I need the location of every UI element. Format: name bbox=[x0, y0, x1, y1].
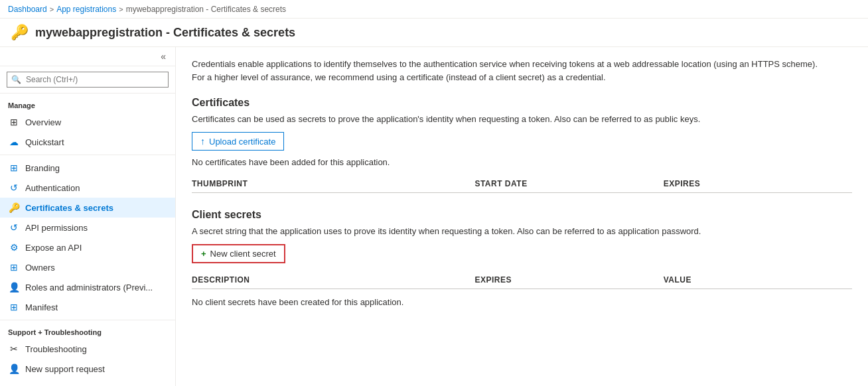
upload-certificate-label: Upload certificate bbox=[209, 137, 275, 147]
cert-col-expires: EXPIRES bbox=[664, 179, 852, 188]
sidebar-item-troubleshooting[interactable]: ✂ Troubleshooting bbox=[0, 339, 175, 359]
branding-icon: ⊞ bbox=[8, 162, 20, 173]
content-area: Credentials enable applications to ident… bbox=[176, 47, 868, 386]
owners-icon: ⊞ bbox=[8, 262, 20, 273]
certificates-icon: 🔑 bbox=[8, 202, 20, 213]
breadcrumb-sep-2: > bbox=[119, 5, 123, 13]
page-header: 🔑 mywebappregistration - Certificates & … bbox=[0, 19, 868, 47]
sidebar-item-label-quickstart: Quickstart bbox=[25, 137, 167, 147]
sidebar-item-label-overview: Overview bbox=[25, 117, 167, 127]
authentication-icon: ↺ bbox=[8, 182, 20, 193]
cert-col-thumbprint: THUMBPRINT bbox=[192, 179, 474, 188]
certificates-table-header: THUMBPRINT START DATE EXPIRES bbox=[192, 175, 852, 193]
overview-icon: ⊞ bbox=[8, 117, 20, 127]
page-header-icon: 🔑 bbox=[11, 24, 29, 41]
api-permissions-icon: ↺ bbox=[8, 222, 20, 233]
client-secrets-section: Client secrets A secret string that the … bbox=[192, 209, 852, 307]
sidebar-item-label-certificates: Certificates & secrets bbox=[25, 203, 167, 213]
search-input[interactable] bbox=[7, 72, 169, 88]
manifest-icon: ⊞ bbox=[8, 302, 20, 312]
sidebar-item-label-expose-api: Expose an API bbox=[25, 243, 167, 253]
sidebar-divider-manage bbox=[0, 155, 175, 155]
page-title: mywebappregistration - Certificates & se… bbox=[35, 26, 295, 40]
secret-col-value: VALUE bbox=[664, 275, 852, 285]
client-secrets-description: A secret string that the application use… bbox=[192, 226, 852, 236]
sidebar-item-label-branding: Branding bbox=[25, 163, 167, 173]
sidebar-item-label-troubleshooting: Troubleshooting bbox=[25, 344, 167, 354]
breadcrumb-app-registrations[interactable]: App registrations bbox=[56, 5, 116, 14]
secrets-table-header: DESCRIPTION EXPIRES VALUE bbox=[192, 271, 852, 289]
secret-col-expires: EXPIRES bbox=[474, 275, 663, 285]
certificates-description: Certificates can be used as secrets to p… bbox=[192, 114, 852, 124]
sidebar-collapse-button[interactable]: « bbox=[157, 50, 170, 63]
troubleshooting-icon: ✂ bbox=[8, 344, 20, 354]
sidebar-item-certificates[interactable]: 🔑 Certificates & secrets bbox=[0, 198, 175, 218]
new-client-secret-label: New client secret bbox=[210, 249, 276, 259]
sidebar-item-label-authentication: Authentication bbox=[25, 183, 167, 193]
no-certificates-text: No certificates have been added for this… bbox=[192, 157, 852, 167]
secret-col-description: DESCRIPTION bbox=[192, 275, 474, 285]
sidebar-item-roles-admins[interactable]: 👤 Roles and administrators (Previ... bbox=[0, 277, 175, 297]
sidebar-item-branding[interactable]: ⊞ Branding bbox=[0, 158, 175, 178]
certificates-title: Certificates bbox=[192, 97, 852, 109]
client-secrets-title: Client secrets bbox=[192, 209, 852, 221]
breadcrumb-sep-1: > bbox=[50, 5, 54, 13]
certificates-section: Certificates Certificates can be used as… bbox=[192, 97, 852, 193]
sidebar-item-label-manifest: Manifest bbox=[25, 302, 167, 312]
sidebar-manage-label: Manage bbox=[0, 94, 175, 112]
plus-icon: + bbox=[201, 249, 206, 259]
sidebar-item-new-support[interactable]: 👤 New support request bbox=[0, 359, 175, 379]
quickstart-icon: ☁ bbox=[8, 137, 20, 147]
sidebar-item-api-permissions[interactable]: ↺ API permissions bbox=[0, 218, 175, 237]
sidebar-divider-support bbox=[0, 320, 175, 320]
cert-col-start-date: START DATE bbox=[474, 179, 663, 188]
sidebar-item-authentication[interactable]: ↺ Authentication bbox=[0, 178, 175, 198]
new-support-icon: 👤 bbox=[8, 363, 20, 374]
expose-api-icon: ⚙ bbox=[8, 242, 20, 253]
top-description: Credentials enable applications to ident… bbox=[192, 58, 822, 84]
sidebar-support-label: Support + Troubleshooting bbox=[0, 323, 175, 339]
upload-certificate-button[interactable]: ↑ Upload certificate bbox=[192, 132, 284, 151]
sidebar-item-owners[interactable]: ⊞ Owners bbox=[0, 257, 175, 277]
new-client-secret-button[interactable]: + New client secret bbox=[192, 244, 285, 263]
sidebar-item-label-roles-admins: Roles and administrators (Previ... bbox=[25, 283, 167, 292]
sidebar-item-expose-api[interactable]: ⚙ Expose an API bbox=[0, 237, 175, 257]
breadcrumb: Dashboard > App registrations > mywebapp… bbox=[0, 0, 868, 19]
breadcrumb-current: mywebappregistration - Certificates & se… bbox=[126, 5, 286, 14]
sidebar-item-overview[interactable]: ⊞ Overview bbox=[0, 112, 175, 132]
search-icon: 🔍 bbox=[11, 75, 21, 84]
sidebar-item-label-new-support: New support request bbox=[25, 364, 167, 374]
sidebar-item-label-api-permissions: API permissions bbox=[25, 223, 167, 233]
no-secrets-text: No client secrets have been created for … bbox=[192, 297, 852, 307]
sidebar-item-quickstart[interactable]: ☁ Quickstart bbox=[0, 132, 175, 152]
sidebar-item-manifest[interactable]: ⊞ Manifest bbox=[0, 297, 175, 317]
upload-icon: ↑ bbox=[200, 136, 205, 147]
breadcrumb-dashboard[interactable]: Dashboard bbox=[8, 5, 47, 14]
roles-icon: 👤 bbox=[8, 282, 20, 292]
sidebar-item-label-owners: Owners bbox=[25, 263, 167, 273]
sidebar: « 🔍 Manage ⊞ Overview ☁ Quickstart ⊞ Bra… bbox=[0, 47, 176, 386]
